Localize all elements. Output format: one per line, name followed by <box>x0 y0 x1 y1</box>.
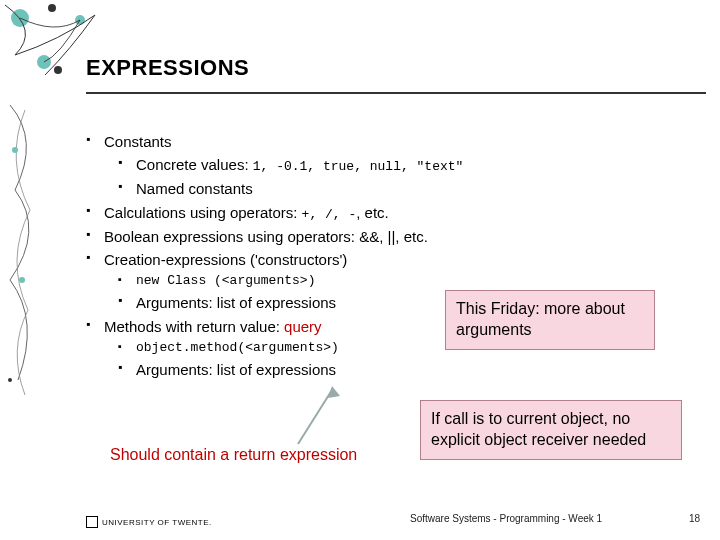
text-calc-b: , etc. <box>356 204 389 221</box>
footer-course: Software Systems - Programming - Week 1 <box>410 513 602 524</box>
footer-page-number: 18 <box>689 513 700 524</box>
bullet-concrete: Concrete values: 1, -0.1, true, null, "t… <box>118 153 696 177</box>
svg-point-5 <box>12 147 18 153</box>
svg-point-1 <box>48 4 56 12</box>
logo-mark-icon <box>86 516 98 528</box>
return-note: Should contain a return expression <box>110 446 357 464</box>
text-calc-a: Calculations using operators: <box>104 204 302 221</box>
code-concrete: 1, -0.1, true, null, "text" <box>253 159 464 174</box>
logo-text: UNIVERSITY OF TWENTE. <box>102 518 212 527</box>
text-methods-a: Methods with return value: <box>104 318 284 335</box>
arrow-icon <box>290 382 350 452</box>
svg-point-7 <box>8 378 12 382</box>
bullet-args2: Arguments: list of expressions <box>118 358 696 381</box>
text-query: query <box>284 318 322 335</box>
code-calc: +, /, - <box>302 207 357 222</box>
svg-line-8 <box>298 390 332 444</box>
code-new-class: new Class (<arguments>) <box>118 271 696 291</box>
bullet-calculations: Calculations using operators: +, /, -, e… <box>86 201 696 225</box>
page-title: EXPRESSIONS <box>86 55 249 81</box>
svg-point-4 <box>54 66 62 74</box>
title-rule <box>86 92 706 94</box>
callout-object-receiver: If call is to current object, no explici… <box>420 400 682 460</box>
text-constants: Constants <box>104 133 172 150</box>
svg-point-6 <box>19 277 25 283</box>
slide: EXPRESSIONS Constants Concrete values: 1… <box>0 0 720 540</box>
text-concrete: Concrete values: <box>136 156 253 173</box>
bullet-named: Named constants <box>118 177 696 200</box>
bullet-constants: Constants Concrete values: 1, -0.1, true… <box>86 130 696 201</box>
text-creation: Creation-expressions ('constructors') <box>104 251 347 268</box>
bullet-boolean: Boolean expressions using operators: &&,… <box>86 225 696 248</box>
callout-friday: This Friday: more about arguments <box>445 290 655 350</box>
decoration-side <box>0 100 55 400</box>
footer-logo: UNIVERSITY OF TWENTE. <box>86 516 212 528</box>
